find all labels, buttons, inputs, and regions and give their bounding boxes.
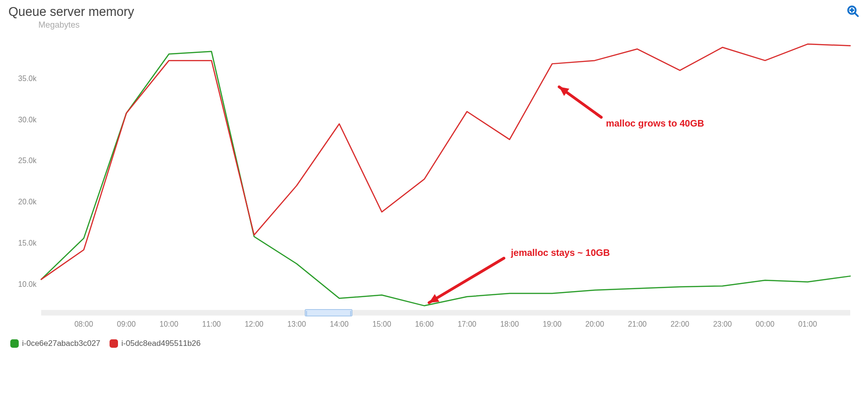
x-tick-label: 01:00 (798, 320, 817, 328)
y-tick-label: 20.0k (18, 198, 37, 206)
legend-label: i-0ce6e27abacb3c027 (22, 339, 100, 348)
x-tick-label: 10:00 (160, 320, 178, 328)
legend-swatch (110, 339, 118, 348)
x-tick-label: 12:00 (245, 320, 264, 328)
x-tick-label: 18:00 (500, 320, 519, 328)
x-tick-label: 21:00 (628, 320, 647, 328)
y-tick-label: 30.0k (18, 116, 37, 124)
x-tick-label: 23:00 (713, 320, 732, 328)
x-tick-label: 22:00 (670, 320, 689, 328)
annotation-jemalloc: jemalloc stays ~ 10GB (510, 247, 610, 258)
legend: i-0ce6e27abacb3c027 i-05dc8ead495511b26 (8, 339, 860, 348)
y-tick-label: 25.0k (18, 157, 37, 165)
x-tick-label: 00:00 (756, 320, 774, 328)
series-line (41, 52, 850, 306)
chart-title: Queue server memory (8, 5, 134, 19)
y-axis-label: Megabytes (38, 20, 134, 30)
annotation-malloc: malloc grows to 40GB (606, 118, 704, 128)
legend-label: i-05dc8ead495511b26 (121, 339, 200, 348)
time-scrub-handle[interactable] (305, 309, 352, 316)
x-tick-label: 11:00 (202, 320, 221, 328)
x-tick-label: 15:00 (373, 320, 391, 328)
y-tick-label: 10.0k (18, 280, 37, 288)
x-tick-label: 20:00 (585, 320, 604, 328)
zoom-in-icon[interactable] (846, 5, 860, 20)
series-line (41, 44, 850, 279)
svg-line-1 (855, 13, 858, 16)
memory-chart: 10.0k15.0k20.0k25.0k30.0k35.0k08:0009:00… (8, 33, 860, 332)
y-tick-label: 15.0k (18, 239, 37, 247)
x-tick-label: 19:00 (543, 320, 561, 328)
time-scrub-track[interactable] (41, 310, 850, 315)
x-tick-label: 09:00 (117, 320, 136, 328)
annotation-arrow (429, 258, 504, 303)
legend-swatch (10, 339, 19, 348)
x-tick-label: 17:00 (457, 320, 476, 328)
y-tick-label: 35.0k (18, 75, 37, 82)
x-tick-label: 08:00 (74, 320, 93, 328)
legend-item[interactable]: i-05dc8ead495511b26 (110, 339, 200, 348)
x-tick-label: 13:00 (287, 320, 306, 328)
x-tick-label: 14:00 (330, 320, 349, 328)
legend-item[interactable]: i-0ce6e27abacb3c027 (10, 339, 100, 348)
x-tick-label: 16:00 (415, 320, 434, 328)
